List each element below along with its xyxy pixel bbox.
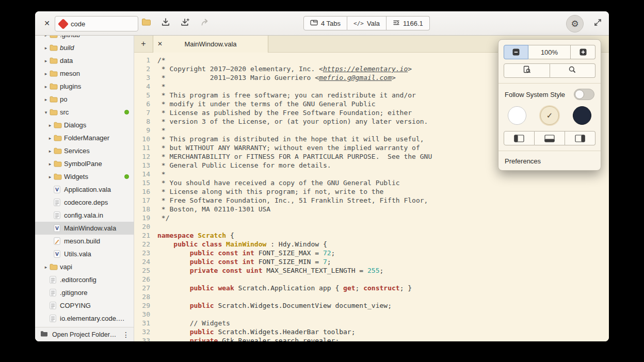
tree-file-COPYING[interactable]: COPYING bbox=[35, 299, 134, 312]
settings-popover: 100% Follow System Style bbox=[498, 39, 601, 171]
tree-folder-.github[interactable]: ▸.github bbox=[35, 35, 134, 41]
preferences-menu-item[interactable]: Preferences bbox=[504, 156, 595, 165]
expand-arrow-icon[interactable]: ▸ bbox=[46, 174, 54, 179]
tree-folder-vapi[interactable]: ▸vapi bbox=[35, 260, 134, 273]
tree-file-Utils.vala[interactable]: VUtils.vala bbox=[35, 248, 134, 260]
code-line: * You should have received a copy of the… bbox=[157, 178, 609, 187]
show-sidebar-right-button[interactable] bbox=[565, 131, 595, 145]
find-in-document-button[interactable] bbox=[504, 63, 550, 78]
tabs-overview-button[interactable]: 4 Tabs bbox=[303, 16, 347, 30]
svg-text:V: V bbox=[55, 187, 59, 192]
share-button[interactable] bbox=[199, 17, 212, 29]
tree-file-MainWindow.vala[interactable]: VMainWindow.vala bbox=[35, 222, 134, 235]
line-number: 8 bbox=[134, 117, 153, 126]
expand-arrow-icon[interactable]: ▸ bbox=[46, 161, 54, 167]
open-file-button[interactable] bbox=[139, 17, 153, 29]
zoom-level-value[interactable]: 100% bbox=[528, 45, 571, 59]
code-line: public weak Scratch.Application app { ge… bbox=[157, 284, 609, 292]
save-as-button[interactable] bbox=[179, 17, 192, 29]
find-in-page-icon bbox=[523, 65, 531, 76]
save-button[interactable] bbox=[159, 17, 172, 29]
folder-icon bbox=[54, 135, 64, 141]
code-line bbox=[157, 222, 609, 231]
style-dark-button[interactable] bbox=[573, 106, 591, 125]
code-line: public Scratch.Widgets.HeaderBar toolbar… bbox=[157, 327, 609, 336]
tree-folder-plugins[interactable]: ▸plugins bbox=[35, 80, 134, 93]
expand-arrow-icon[interactable]: ▸ bbox=[46, 149, 54, 154]
expand-arrow-icon[interactable]: ▸ bbox=[42, 45, 50, 51]
tree-file-io.elementary.code.yml[interactable]: io.elementary.code.yml bbox=[35, 312, 134, 325]
tree-item-label: meson bbox=[60, 70, 87, 77]
line-number: 22 bbox=[134, 240, 153, 249]
follow-system-style-switch[interactable] bbox=[574, 89, 594, 100]
switch-knob bbox=[575, 90, 584, 99]
expand-arrow-icon[interactable]: ▸ bbox=[46, 136, 54, 141]
expand-arrow-icon[interactable]: ▸ bbox=[42, 58, 50, 63]
code-line: namespace Scratch { bbox=[157, 231, 609, 240]
folder-icon bbox=[50, 83, 60, 90]
line-number: 24 bbox=[134, 257, 153, 266]
tree-file-config.vala.in[interactable]: config.vala.in bbox=[35, 209, 134, 222]
tree-item-label: Application.vala bbox=[64, 186, 118, 193]
line-number: 7 bbox=[134, 108, 153, 117]
vala-file-icon: V bbox=[54, 250, 64, 258]
line-number: 15 bbox=[134, 178, 153, 187]
text-file-icon bbox=[54, 211, 64, 219]
project-menu-button[interactable]: ⋮ bbox=[121, 331, 131, 339]
tree-file-meson.build[interactable]: meson.build bbox=[35, 235, 134, 248]
code-line: * Boston, MA 02110-1301 USA bbox=[157, 205, 609, 213]
collapse-arrow-icon[interactable]: ▾ bbox=[42, 110, 50, 115]
global-search-button[interactable] bbox=[550, 63, 596, 78]
tree-folder-Services[interactable]: ▸Services bbox=[35, 144, 134, 157]
tree-file-codecore.deps[interactable]: codecore.deps bbox=[35, 196, 134, 209]
zoom-out-button[interactable] bbox=[504, 45, 528, 59]
window-close-button[interactable]: ✕ bbox=[41, 18, 53, 29]
line-number: 17 bbox=[134, 196, 153, 205]
tree-folder-Widgets[interactable]: ▸Widgets bbox=[35, 170, 134, 183]
zoom-in-button[interactable] bbox=[571, 45, 595, 59]
tree-file-.editorconfig[interactable]: .editorconfig bbox=[35, 273, 134, 286]
tree-folder-Dialogs[interactable]: ▸Dialogs bbox=[35, 119, 134, 131]
style-light-button[interactable] bbox=[508, 106, 526, 125]
save-icon bbox=[161, 18, 170, 29]
language-mode-button[interactable]: </> Vala bbox=[347, 16, 387, 30]
line-number: 11 bbox=[134, 143, 153, 152]
settings-menu-button[interactable]: ⚙ bbox=[566, 15, 584, 32]
tree-file-Application.vala[interactable]: VApplication.vala bbox=[35, 183, 134, 196]
tree-folder-FolderManager[interactable]: ▸FolderManager bbox=[35, 131, 134, 144]
tree-item-label: build bbox=[60, 44, 81, 52]
expand-arrow-icon[interactable]: ▸ bbox=[42, 265, 50, 270]
tab-close-icon[interactable]: ✕ bbox=[153, 40, 167, 47]
tree-folder-data[interactable]: ▸data bbox=[35, 54, 134, 67]
follow-system-style-row: Follow System Style bbox=[505, 89, 594, 100]
tab-mainwindow-vala[interactable]: ✕ MainWindow.vala bbox=[153, 35, 268, 53]
tree-folder-src[interactable]: ▾src bbox=[35, 106, 134, 119]
fullscreen-button[interactable] bbox=[591, 17, 604, 29]
tree-folder-build[interactable]: ▸build bbox=[35, 41, 134, 54]
tree-folder-meson[interactable]: ▸meson bbox=[35, 67, 134, 80]
tree-file-.gitignore[interactable]: .gitignore bbox=[35, 286, 134, 299]
tree-folder-SymbolPane[interactable]: ▸SymbolPane bbox=[35, 157, 134, 170]
goto-line-button[interactable]: 1166.1 bbox=[387, 16, 430, 30]
code-line: */ bbox=[157, 213, 609, 222]
open-project-folder-button[interactable]: Open Project Folder… bbox=[52, 331, 117, 338]
file-tree-scroll[interactable]: ▸.github▸build▸data▸meson▸plugins▸po▾src… bbox=[35, 35, 134, 327]
tree-folder-po[interactable]: ▸po bbox=[35, 93, 134, 106]
line-number: 20 bbox=[134, 222, 153, 231]
expand-arrow-icon[interactable]: ▸ bbox=[42, 84, 50, 89]
project-chip[interactable]: code bbox=[55, 16, 138, 31]
vcs-modified-dot bbox=[124, 110, 129, 114]
style-sepia-button[interactable]: ✓ bbox=[540, 106, 559, 125]
tree-item-label: FolderManager bbox=[64, 134, 117, 142]
line-number: 9 bbox=[134, 126, 153, 135]
new-tab-button[interactable]: + bbox=[138, 39, 149, 49]
line-number: 26 bbox=[134, 275, 153, 284]
code-line bbox=[157, 310, 609, 319]
expand-arrow-icon[interactable]: ▸ bbox=[42, 71, 50, 76]
expand-arrow-icon[interactable]: ▸ bbox=[42, 97, 50, 102]
svg-text:V: V bbox=[55, 226, 59, 231]
follow-system-style-label: Follow System Style bbox=[505, 91, 574, 98]
show-bottom-panel-button[interactable] bbox=[535, 131, 565, 145]
show-sidebar-left-button[interactable] bbox=[504, 131, 535, 145]
expand-arrow-icon[interactable]: ▸ bbox=[46, 123, 54, 128]
